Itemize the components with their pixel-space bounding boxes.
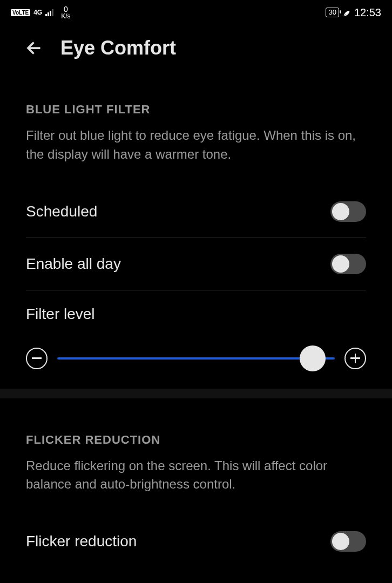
signal-icon xyxy=(45,9,53,16)
section-desc-flicker: Reduce flickering on the screen. This wi… xyxy=(26,457,366,516)
status-right: 30 12:53 xyxy=(326,6,381,19)
toggle-knob xyxy=(332,533,349,550)
back-button[interactable] xyxy=(25,38,44,58)
filter-level-slider-row xyxy=(26,345,366,389)
setting-scheduled-label: Scheduled xyxy=(26,203,97,220)
clock-time: 12:53 xyxy=(354,6,381,19)
slider-track xyxy=(57,357,335,360)
section-header-blue-light: BLUE LIGHT FILTER xyxy=(26,68,366,126)
volte-badge: VoLTE xyxy=(11,9,30,16)
increase-button[interactable] xyxy=(344,348,366,369)
setting-enable-all-day-label: Enable all day xyxy=(26,255,121,273)
setting-flicker-reduction[interactable]: Flicker reduction xyxy=(26,516,366,567)
minus-icon xyxy=(32,357,42,359)
status-bar: VoLTE 4G 0 K/s 30 12:53 xyxy=(0,0,392,22)
toggle-scheduled[interactable] xyxy=(330,201,366,222)
toggle-knob xyxy=(332,255,349,273)
leaf-icon xyxy=(342,8,351,17)
status-left: VoLTE 4G 0 K/s xyxy=(11,5,71,19)
toggle-enable-all-day[interactable] xyxy=(330,254,366,274)
battery-icon: 30 xyxy=(326,8,339,17)
plus-icon-v xyxy=(355,354,356,363)
section-header-flicker: FLICKER REDUCTION xyxy=(26,398,366,457)
setting-scheduled[interactable]: Scheduled xyxy=(26,186,366,238)
setting-enable-all-day[interactable]: Enable all day xyxy=(26,238,366,290)
content: BLUE LIGHT FILTER Filter out blue light … xyxy=(0,68,392,567)
net-speed-unit: K/s xyxy=(61,13,70,19)
slider-thumb[interactable] xyxy=(300,345,326,371)
toggle-flicker-reduction[interactable] xyxy=(330,531,366,552)
decrease-button[interactable] xyxy=(26,348,48,369)
network-gen-label: 4G xyxy=(33,9,42,16)
app-bar: Eye Comfort xyxy=(0,22,392,68)
net-speed-value: 0 xyxy=(64,5,68,13)
filter-level-label: Filter level xyxy=(26,290,366,345)
arrow-left-icon xyxy=(25,38,44,58)
section-divider xyxy=(0,389,392,398)
page-title: Eye Comfort xyxy=(60,37,176,59)
toggle-knob xyxy=(332,203,349,220)
filter-level-slider[interactable] xyxy=(57,345,335,371)
setting-flicker-reduction-label: Flicker reduction xyxy=(26,533,137,550)
network-speed: 0 K/s xyxy=(61,5,70,19)
section-desc-blue-light: Filter out blue light to reduce eye fati… xyxy=(26,126,366,186)
